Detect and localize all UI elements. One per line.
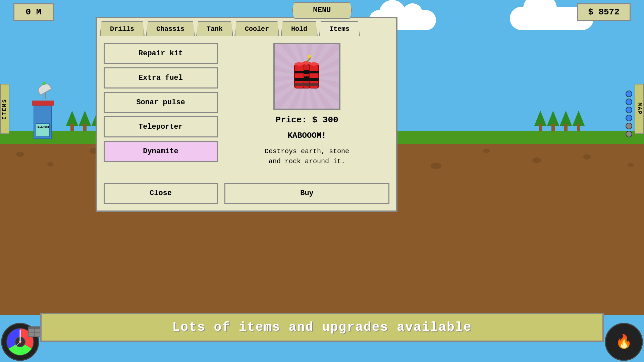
hud-distance: 0 M [13,3,54,21]
depth-dot-1 [626,90,632,97]
item-description: Destroys earth, stoneand rock around it. [265,146,349,167]
tree-r3 [561,111,571,131]
svg-rect-10 [309,71,319,73]
satellite-dish [39,80,52,99]
svg-point-15 [308,55,311,58]
item-extra-fuel[interactable]: Extra fuel [104,67,218,88]
item-image-box [273,43,340,110]
depth-dot-5 [626,123,632,129]
sat-dot [42,81,47,86]
panel-content: Repair kit Extra fuel Sonar pulse Telepo… [97,36,396,210]
menu-button[interactable]: MENU [292,2,352,19]
svg-rect-11 [309,78,319,81]
crate-icon [28,324,41,339]
tree-trunk [70,124,74,131]
svg-rect-7 [294,71,304,73]
svg-rect-16 [294,83,319,86]
tree-top [79,111,91,126]
teleport-label: TELEPORT [36,124,49,128]
depth-dot-2 [626,99,632,105]
item-dynamite[interactable]: Dynamite [104,141,218,162]
svg-rect-8 [294,78,304,81]
svg-text:🔥: 🔥 [615,333,632,350]
tree-1 [67,111,77,131]
shop-panel: Drills Chassis Tank Cooler Hold Items Re… [96,17,397,212]
teleport-door: TELEPORT [36,123,50,137]
tree-r2 [548,111,558,131]
depth-dot-4 [626,115,632,121]
item-name: KABOOOM! [287,130,326,141]
tree-r1 [535,111,545,131]
tab-items[interactable]: Items [319,21,360,36]
message-text: Lots of items and upgrades available [52,320,592,335]
dish [36,81,52,96]
tab-drills[interactable]: Drills [100,21,145,36]
tree-r4 [574,111,584,131]
building-structure: TELEPORT [34,106,52,139]
building-roof [32,101,54,106]
svg-point-14 [302,61,311,65]
tab-tank[interactable]: Tank [196,21,233,36]
side-label-map: MAP [635,84,644,134]
depth-dot-6 [626,131,632,137]
tree-top [66,111,78,126]
hud-money: $ 8572 [577,3,631,21]
buy-button[interactable]: Buy [224,183,389,204]
list-spacer [104,165,218,176]
item-teleporter[interactable]: Teleporter [104,116,218,137]
svg-rect-26 [28,327,40,329]
tab-cooler[interactable]: Cooler [234,21,279,36]
close-button[interactable]: Close [104,183,218,204]
item-list: Repair kit Extra fuel Sonar pulse Telepo… [104,43,218,204]
tab-chassis[interactable]: Chassis [146,21,195,36]
trees-right [535,111,584,131]
item-sonar-pulse[interactable]: Sonar pulse [104,92,218,113]
satellite-building: TELEPORT [34,101,54,139]
dynamite-image [285,55,329,98]
depth-dot-3 [626,107,632,113]
message-bar: Lots of items and upgrades available [40,313,604,342]
menu-button-container: MENU [292,2,352,19]
depth-indicators [626,90,632,137]
tab-hold[interactable]: Hold [281,21,318,36]
item-price: Price: $ 300 [275,115,338,125]
tree-trunk [83,124,87,131]
side-label-items: ITEMS [0,84,9,134]
tree-2 [80,111,90,131]
tab-bar: Drills Chassis Tank Cooler Hold Items [97,18,396,36]
item-detail: Price: $ 300 KABOOOM! Destroys earth, st… [224,43,389,204]
bottom-right-gauge: 🔥 [604,322,644,362]
item-repair-kit[interactable]: Repair kit [104,43,218,64]
